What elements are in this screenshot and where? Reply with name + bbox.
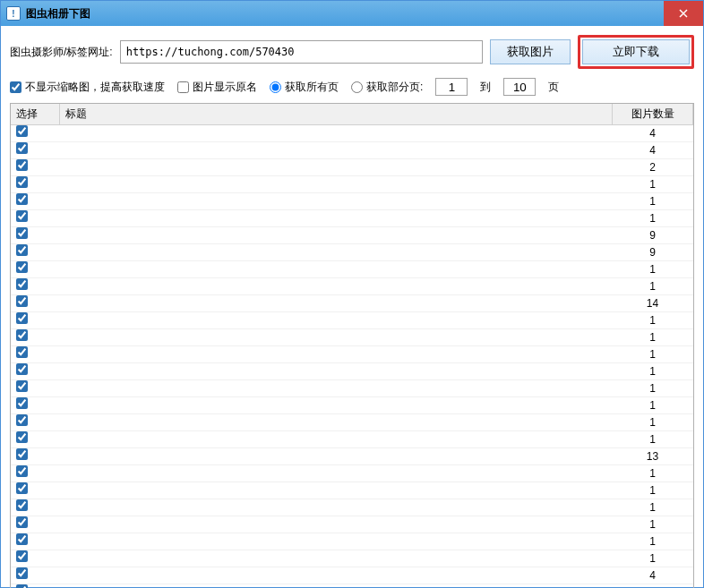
no-thumbnail-checkbox[interactable] xyxy=(10,81,21,93)
download-button[interactable]: 立即下载 xyxy=(582,39,690,64)
table-row[interactable]: 4 xyxy=(11,142,693,159)
show-original-name-checkbox[interactable] xyxy=(177,81,189,93)
col-select[interactable]: 选择 xyxy=(11,104,59,125)
no-thumbnail-option[interactable]: 不显示缩略图，提高获取速度 xyxy=(10,80,165,95)
table-row[interactable]: 4 xyxy=(11,125,693,142)
table-row[interactable]: 1 xyxy=(11,516,693,533)
table-row[interactable]: 13 xyxy=(11,448,693,465)
row-checkbox[interactable] xyxy=(16,142,28,154)
partial-pages-radio[interactable] xyxy=(351,81,363,93)
row-checkbox[interactable] xyxy=(16,244,28,256)
table-row[interactable]: 1 xyxy=(11,482,693,499)
table-row[interactable]: 1 xyxy=(11,278,693,295)
table-row[interactable]: 1 xyxy=(11,499,693,516)
all-pages-option[interactable]: 获取所有页 xyxy=(270,80,339,95)
close-button[interactable] xyxy=(664,1,703,26)
row-checkbox[interactable] xyxy=(16,346,28,358)
row-count-cell: 1 xyxy=(613,499,693,516)
results-table: 选择 标题 图片数量 44211199111411111111131111114… xyxy=(11,104,693,588)
row-checkbox[interactable] xyxy=(16,414,28,426)
row-title-cell xyxy=(59,499,613,516)
row-checkbox[interactable] xyxy=(16,193,28,205)
row-select-cell xyxy=(11,499,59,516)
table-row[interactable]: 2 xyxy=(11,584,693,589)
row-checkbox[interactable] xyxy=(16,550,28,562)
table-row[interactable]: 1 xyxy=(11,210,693,227)
table-row[interactable]: 2 xyxy=(11,159,693,176)
row-title-cell xyxy=(59,312,613,329)
row-checkbox[interactable] xyxy=(16,363,28,375)
row-select-cell xyxy=(11,516,59,533)
page-to-input[interactable] xyxy=(503,78,536,96)
table-row[interactable]: 9 xyxy=(11,244,693,261)
table-row[interactable]: 1 xyxy=(11,261,693,278)
table-row[interactable]: 1 xyxy=(11,533,693,550)
table-row[interactable]: 1 xyxy=(11,414,693,431)
table-row[interactable]: 14 xyxy=(11,295,693,312)
table-row[interactable]: 9 xyxy=(11,227,693,244)
row-checkbox[interactable] xyxy=(16,465,28,477)
row-title-cell xyxy=(59,584,613,589)
row-checkbox[interactable] xyxy=(16,482,28,494)
table-row[interactable]: 1 xyxy=(11,465,693,482)
row-checkbox[interactable] xyxy=(16,159,28,171)
show-original-name-option[interactable]: 图片显示原名 xyxy=(177,80,257,95)
row-checkbox[interactable] xyxy=(16,295,28,307)
row-checkbox[interactable] xyxy=(16,278,28,290)
row-select-cell xyxy=(11,482,59,499)
table-row[interactable]: 1 xyxy=(11,550,693,567)
row-count-cell: 1 xyxy=(613,278,693,295)
table-row[interactable]: 1 xyxy=(11,346,693,363)
row-checkbox[interactable] xyxy=(16,584,28,588)
row-count-cell: 9 xyxy=(613,227,693,244)
row-select-cell xyxy=(11,159,59,176)
row-select-cell xyxy=(11,346,59,363)
row-count-cell: 1 xyxy=(613,380,693,397)
table-row[interactable]: 1 xyxy=(11,176,693,193)
table-row[interactable]: 1 xyxy=(11,329,693,346)
row-select-cell xyxy=(11,261,59,278)
row-checkbox[interactable] xyxy=(16,261,28,273)
row-checkbox[interactable] xyxy=(16,516,28,528)
row-checkbox[interactable] xyxy=(16,227,28,239)
row-checkbox[interactable] xyxy=(16,176,28,188)
row-checkbox[interactable] xyxy=(16,431,28,443)
table-row[interactable]: 4 xyxy=(11,567,693,584)
row-count-cell: 1 xyxy=(613,414,693,431)
row-checkbox[interactable] xyxy=(16,380,28,392)
table-container: 选择 标题 图片数量 44211199111411111111131111114… xyxy=(10,103,694,588)
row-title-cell xyxy=(59,159,613,176)
row-select-cell xyxy=(11,397,59,414)
table-row[interactable]: 1 xyxy=(11,380,693,397)
url-input[interactable] xyxy=(120,40,483,64)
row-select-cell xyxy=(11,329,59,346)
all-pages-radio[interactable] xyxy=(270,81,281,93)
row-checkbox[interactable] xyxy=(16,397,28,409)
row-checkbox[interactable] xyxy=(16,499,28,511)
row-checkbox[interactable] xyxy=(16,567,28,579)
table-header-row: 选择 标题 图片数量 xyxy=(11,104,693,125)
row-select-cell xyxy=(11,142,59,159)
row-title-cell xyxy=(59,550,613,567)
row-title-cell xyxy=(59,227,613,244)
col-title[interactable]: 标题 xyxy=(59,104,613,125)
row-checkbox[interactable] xyxy=(16,312,28,324)
table-row[interactable]: 1 xyxy=(11,363,693,380)
fetch-button[interactable]: 获取图片 xyxy=(490,39,571,64)
row-checkbox[interactable] xyxy=(16,533,28,545)
col-count[interactable]: 图片数量 xyxy=(613,104,693,125)
row-checkbox[interactable] xyxy=(16,329,28,341)
partial-pages-option[interactable]: 获取部分页: xyxy=(351,80,423,95)
row-checkbox[interactable] xyxy=(16,125,28,137)
row-checkbox[interactable] xyxy=(16,210,28,222)
row-title-cell xyxy=(59,329,613,346)
page-from-input[interactable] xyxy=(435,78,468,96)
table-row[interactable]: 1 xyxy=(11,431,693,448)
row-checkbox[interactable] xyxy=(16,448,28,460)
table-row[interactable]: 1 xyxy=(11,397,693,414)
table-body: 44211199111411111111131111114214 xyxy=(11,125,693,589)
table-scroll[interactable]: 选择 标题 图片数量 44211199111411111111131111114… xyxy=(11,104,693,588)
row-select-cell xyxy=(11,584,59,589)
table-row[interactable]: 1 xyxy=(11,312,693,329)
table-row[interactable]: 1 xyxy=(11,193,693,210)
